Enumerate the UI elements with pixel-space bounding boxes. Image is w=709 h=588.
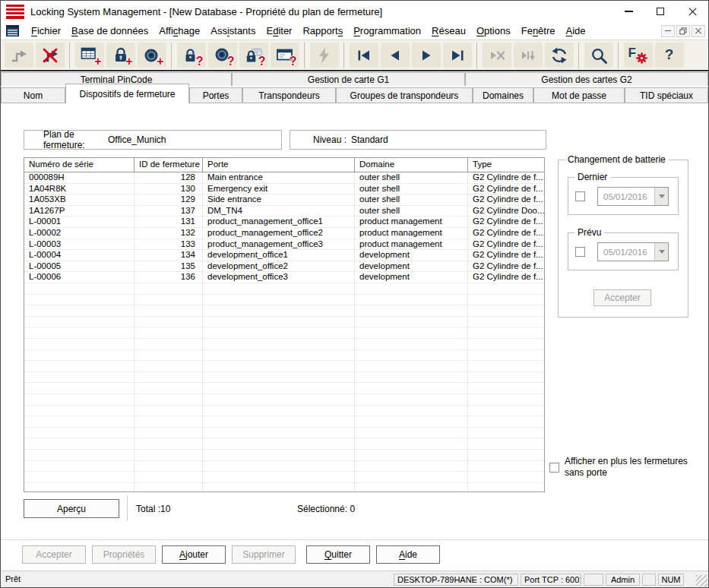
menu-programmation[interactable]: Programmation <box>348 24 426 38</box>
tab-mot-de-passe[interactable]: Mot de passe <box>533 87 625 103</box>
table-cell: L-00002 <box>24 228 135 239</box>
tab-gestion-cartes-g2[interactable]: Gestion des cartes G2 <box>465 72 708 86</box>
filter-settings-button[interactable]: F <box>624 43 653 68</box>
column-header[interactable]: Type <box>468 158 544 172</box>
table-row[interactable]: L-00003 133 product_management_office3 p… <box>24 239 544 251</box>
table-cell: G2 Cylindre de f... <box>468 261 544 272</box>
add-button[interactable]: Ajouter <box>162 545 226 564</box>
table-row[interactable]: 1A1267P 137 DM_TN4 outer shell G2 Cylind… <box>24 206 544 217</box>
tab-domaines[interactable]: Domaines <box>473 87 533 103</box>
mdi-minimize-button[interactable] <box>661 25 675 37</box>
tab-tid-speciaux[interactable]: TID spéciaux <box>625 87 708 103</box>
table-cell: L-00005 <box>24 261 135 272</box>
column-header[interactable]: ID de fermeture <box>135 158 203 172</box>
previous-record-button[interactable] <box>381 43 410 68</box>
maximize-button[interactable] <box>644 1 676 22</box>
table-cell: product management <box>355 239 468 250</box>
last-change-checkbox[interactable] <box>575 191 585 201</box>
resize-grip[interactable] <box>696 575 707 586</box>
table-row[interactable]: 000089H 128 Main entrance outer shell G2… <box>24 172 544 184</box>
menu-editer[interactable]: Editer <box>261 24 297 38</box>
show-without-door-label: Afficher en plus les fermetures sans por… <box>565 456 688 479</box>
last-record-icon <box>448 46 467 65</box>
menu-reseau[interactable]: Réseau <box>426 24 471 38</box>
table-cell: G2 Cylindre de f... <box>468 184 544 194</box>
table-row[interactable]: L-00005 135 development_office2 developm… <box>24 261 544 273</box>
table-cell: development <box>355 261 468 272</box>
tab-nom[interactable]: Nom <box>1 87 65 103</box>
table-row[interactable]: 1A053XB 129 Side entrance outer shell G2… <box>24 194 544 206</box>
table-cell: G2 Cylindre de f... <box>468 194 544 205</box>
tab-transpondeurs[interactable]: Transpondeurs <box>242 87 336 103</box>
status-port: Port TCP : 6001 <box>521 574 581 586</box>
tab-gestion-carte-g1[interactable]: Gestion de carte G1 <box>232 72 465 86</box>
quit-button[interactable]: Quitter <box>306 545 370 564</box>
table-row[interactable]: L-00002 132 product_management_office2 p… <box>24 228 544 239</box>
toolbar-separator <box>618 43 619 68</box>
mdi-restore-button[interactable] <box>676 25 690 37</box>
read-device-button[interactable]: ? <box>271 43 299 68</box>
table-row[interactable]: L-00004 134 development_office1 developm… <box>24 250 544 261</box>
table-row[interactable]: 1A04R8K 130 Emergency exit outer shell G… <box>24 184 544 195</box>
table-cell: G2 Cylindre de f... <box>468 228 544 239</box>
help-dialog-button[interactable]: Aide <box>376 545 440 564</box>
menu-aide[interactable]: Aide <box>561 24 591 38</box>
document-window-icon[interactable] <box>6 25 19 36</box>
new-lock-button[interactable]: + <box>106 43 135 68</box>
mdi-close-button[interactable] <box>692 25 705 37</box>
planned-change-checkbox[interactable] <box>575 247 585 257</box>
table-cell: development_office1 <box>203 250 355 261</box>
last-record-button[interactable] <box>443 43 472 68</box>
chevron-down-icon <box>654 188 668 205</box>
close-button[interactable] <box>676 1 708 22</box>
menu-base-de-donnees[interactable]: Base de données <box>66 24 154 38</box>
tab-dispositifs-de-fermeture[interactable]: Dispositifs de fermeture <box>65 84 189 103</box>
last-change-date-select: 05/01/2016 <box>597 187 669 206</box>
status-num-lock: NUM <box>658 574 684 586</box>
table-cell: G2 Cylindre de f... <box>468 217 544 227</box>
column-header[interactable]: Domaine <box>355 158 468 172</box>
program-button <box>310 43 339 68</box>
minimize-button[interactable] <box>612 1 644 22</box>
tab-groupes-de-transpondeurs[interactable]: Groupes de transpondeurs <box>336 87 473 103</box>
accept-button: Accepter <box>22 545 86 564</box>
search-button[interactable] <box>584 43 613 68</box>
menu-affichage[interactable]: Affichage <box>154 24 205 38</box>
read-transponder-button[interactable]: ? <box>208 43 237 68</box>
new-locking-system-button[interactable]: + <box>75 43 104 68</box>
battery-accept-button: Accepter <box>593 289 651 306</box>
toolbar-separator <box>476 43 477 68</box>
column-header[interactable]: Porte <box>203 158 355 172</box>
preview-button[interactable]: Aperçu <box>24 499 119 518</box>
total-count-label: Total :10 <box>136 504 170 514</box>
table-cell: development_office3 <box>203 272 355 283</box>
menu-fichier[interactable]: Fichier <box>26 24 66 38</box>
read-lock-network-button[interactable]: ? <box>239 43 268 68</box>
first-record-button[interactable] <box>350 43 378 68</box>
tab-portes[interactable]: Portes <box>189 87 242 103</box>
table-cell: L-00003 <box>24 239 135 250</box>
table-cell: 135 <box>135 261 203 272</box>
planned-change-date-value: 05/01/2016 <box>598 243 654 261</box>
help-button[interactable]: ? <box>655 43 684 68</box>
menu-rapports[interactable]: Rapports <box>297 24 348 38</box>
table-cell: 132 <box>135 228 203 239</box>
disconnect-button[interactable] <box>36 43 65 68</box>
column-header[interactable]: Numéro de série <box>24 158 135 172</box>
menu-options[interactable]: Options <box>471 24 516 38</box>
properties-button: Propriétés <box>92 545 156 564</box>
toolbar-separator <box>69 43 70 68</box>
menu-fenetre[interactable]: Fenêtre <box>516 24 561 38</box>
table-row[interactable]: L-00006 136 development_office3 developm… <box>24 272 544 283</box>
table-row[interactable]: L-00001 131 product_management_office1 p… <box>24 217 544 228</box>
table-cell: DM_TN4 <box>203 206 355 217</box>
table-cell: L-00006 <box>24 272 135 283</box>
menu-assistants[interactable]: Assistants <box>205 24 261 38</box>
read-lock-button[interactable]: ? <box>177 43 206 68</box>
locking-plan-field: Plan de fermeture: Office_Munich <box>24 130 282 150</box>
next-record-button[interactable] <box>412 43 441 68</box>
show-without-door-checkbox[interactable] <box>549 463 559 473</box>
new-transponder-button[interactable]: + <box>138 43 166 68</box>
status-empty-1 <box>584 574 603 586</box>
refresh-button[interactable] <box>545 43 574 68</box>
